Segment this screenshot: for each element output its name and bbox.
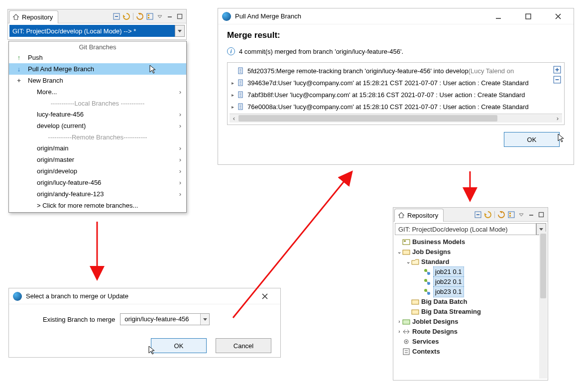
branch-selector-dropdown-button[interactable] — [175, 25, 185, 37]
menu-new-branch[interactable]: + New Branch — [9, 75, 186, 86]
expand-icon[interactable]: ▸ — [230, 80, 235, 86]
tree-node-job[interactable]: job23 0.1 — [423, 287, 546, 297]
tree-node-business-models[interactable]: Business Models — [396, 237, 546, 247]
tab-repository[interactable]: Repository — [9, 10, 58, 23]
expand-icon[interactable]: › — [396, 327, 402, 337]
separator — [133, 13, 133, 20]
expand-icon[interactable]: ▸ — [230, 104, 235, 110]
repository-result-panel: Repository GIT: ProjectDoc/develop (Loca… — [393, 207, 548, 381]
view-menu-icon[interactable] — [155, 12, 164, 21]
combo-value: origin/lucy-feature-456 — [120, 314, 200, 325]
chevron-right-icon: › — [179, 122, 181, 129]
tree-node-joblet-designs[interactable]: › Joblet Designs — [396, 317, 546, 327]
sync-yellow-icon[interactable] — [483, 210, 492, 219]
expand-all-icon[interactable] — [553, 66, 561, 74]
tree-node-job[interactable]: job21 0.1 — [423, 267, 546, 277]
commit-row[interactable]: ▸7abf3b8f: User 'lucy@company.com' at 15… — [230, 89, 562, 101]
expand-icon[interactable]: › — [396, 317, 402, 327]
menu-label: origin/lucy-feature-456 — [37, 179, 101, 186]
expand-icon[interactable]: ⌄ — [405, 257, 411, 267]
menu-local-branch[interactable]: develop (current) › — [9, 120, 186, 131]
tree-node-standard[interactable]: ⌄ Standard — [405, 257, 546, 267]
menu-remote-branch[interactable]: origin/lucy-feature-456 › — [9, 177, 186, 188]
separator-local: -----------Local Branches ----------- — [9, 98, 186, 109]
tree-node-contexts[interactable]: Contexts — [396, 347, 546, 357]
horizontal-scrollbar[interactable]: ‹ › — [230, 114, 562, 123]
commit-message: User 'lucy@company.com' at 15:28:10 CST … — [278, 103, 528, 111]
menu-remote-branch[interactable]: origin/master › — [9, 154, 186, 165]
refresh-icon[interactable] — [497, 210, 506, 219]
vertical-scrollbar[interactable] — [539, 232, 547, 379]
branch-selector-value: GIT: ProjectDoc/develop (Local Mode) — [395, 223, 536, 235]
maximize-icon[interactable] — [537, 210, 546, 219]
app-icon — [13, 292, 22, 301]
commit-message: User 'lucy@company.com' at 15:28:21 CST … — [278, 79, 528, 87]
button-label: OK — [174, 342, 184, 350]
select-branch-dialog: Select a branch to merge or Update Exist… — [8, 288, 281, 358]
svg-rect-5 — [526, 14, 531, 19]
close-icon[interactable] — [551, 10, 566, 22]
separator — [494, 211, 495, 218]
commit-hash: 76e0008a: — [247, 103, 278, 111]
minimize-icon[interactable] — [491, 10, 506, 22]
collapse-all-icon[interactable] — [112, 12, 121, 21]
tree-label: Route Designs — [412, 327, 458, 337]
commit-row[interactable]: 5fd20375: Merge remote-tracking branch '… — [230, 65, 562, 77]
menu-label: develop (current) — [37, 122, 86, 129]
scrollbar-thumb[interactable] — [540, 234, 546, 298]
maximize-icon[interactable] — [521, 10, 536, 22]
sync-yellow-icon[interactable] — [122, 12, 131, 21]
contexts-icon — [402, 348, 410, 356]
folder-icon — [411, 308, 419, 316]
menu-pull-and-merge[interactable]: ↓ Pull And Merge Branch — [9, 63, 186, 75]
svg-rect-18 — [404, 241, 406, 242]
menu-remote-branch[interactable]: origin/develop › — [9, 165, 186, 177]
menu-more[interactable]: More... › — [9, 86, 186, 98]
menu-local-branch[interactable]: lucy-feature-456 › — [9, 109, 186, 120]
commit-row[interactable]: ▸76e0008a: User 'lucy@company.com' at 15… — [230, 101, 562, 113]
menu-push[interactable]: ↑ Push — [9, 52, 186, 63]
refresh-icon[interactable] — [135, 12, 144, 21]
scrollbar-thumb[interactable] — [238, 115, 497, 122]
tree-node-big-data-streaming[interactable]: Big Data Streaming — [405, 307, 546, 317]
info-icon: i — [227, 47, 235, 55]
app-icon — [222, 12, 231, 21]
menu-remote-branch[interactable]: origin/andy-feature-123 › — [9, 188, 186, 200]
tree-label: Standard — [421, 257, 449, 267]
close-icon[interactable] — [257, 290, 272, 302]
collapse-all-icon[interactable] — [473, 210, 482, 219]
tree-node-job-designs[interactable]: ⌄ Job Designs — [396, 247, 546, 257]
menu-more-remote-branches[interactable]: > Click for more remote branches... — [9, 200, 186, 211]
push-icon: ↑ — [15, 54, 23, 61]
tab-repository[interactable]: Repository — [394, 209, 444, 222]
scroll-right-icon[interactable]: › — [553, 114, 562, 123]
tree-node-job[interactable]: job22 0.1 — [423, 277, 546, 287]
properties-icon[interactable] — [145, 12, 154, 21]
minimize-icon[interactable] — [165, 12, 174, 21]
maximize-icon[interactable] — [175, 12, 184, 21]
ok-button[interactable]: OK — [504, 132, 560, 147]
menu-remote-branch[interactable]: origin/main › — [9, 142, 186, 154]
scroll-left-icon[interactable]: ‹ — [230, 114, 238, 123]
commit-row[interactable]: ▸39463e7d: User 'lucy@company.com' at 15… — [230, 77, 562, 89]
view-menu-icon[interactable] — [517, 210, 526, 219]
ok-button[interactable]: OK — [151, 338, 207, 353]
tree-node-route-designs[interactable]: › Route Designs — [396, 327, 546, 337]
svg-rect-27 — [412, 310, 419, 314]
chevron-down-icon[interactable] — [200, 314, 209, 325]
svg-rect-15 — [509, 215, 511, 217]
tree-label: job21 0.1 — [433, 266, 464, 277]
collapse-all-icon[interactable] — [553, 76, 561, 84]
expand-icon[interactable]: ▸ — [230, 92, 235, 98]
existing-branch-combo[interactable]: origin/lucy-feature-456 — [120, 313, 210, 325]
cancel-button[interactable]: Cancel — [216, 338, 271, 353]
minimize-icon[interactable] — [527, 210, 536, 219]
tree-node-big-data-batch[interactable]: Big Data Batch — [405, 297, 546, 307]
commit-message: Merge remote-tracking branch 'origin/luc… — [276, 67, 469, 75]
expand-icon[interactable]: ⌄ — [396, 247, 402, 257]
svg-rect-19 — [403, 250, 410, 255]
dialog-title: Select a branch to merge or Update — [26, 292, 128, 300]
tree-node-services[interactable]: Services — [396, 337, 546, 347]
properties-icon[interactable] — [507, 210, 516, 219]
commit-hash: 7abf3b8f: — [247, 91, 274, 99]
